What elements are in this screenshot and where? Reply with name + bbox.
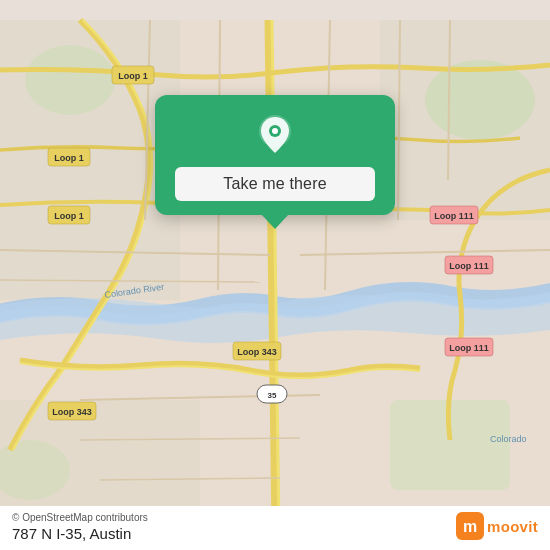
- moovit-logo: m moovit: [456, 512, 538, 540]
- svg-text:Loop 343: Loop 343: [237, 347, 277, 357]
- location-pin-icon: [253, 113, 297, 157]
- svg-text:Colorado: Colorado: [490, 434, 527, 444]
- svg-text:Loop 1: Loop 1: [118, 71, 148, 81]
- svg-point-43: [272, 128, 278, 134]
- moovit-text: moovit: [487, 518, 538, 535]
- map-container: Loop 1 Loop 1 Loop 1 Loop 111 Loop 111 L…: [0, 0, 550, 550]
- svg-text:Loop 1: Loop 1: [54, 153, 84, 163]
- map-background: Loop 1 Loop 1 Loop 1 Loop 111 Loop 111 L…: [0, 0, 550, 550]
- take-me-there-button[interactable]: Take me there: [175, 167, 375, 201]
- svg-text:Loop 1: Loop 1: [54, 211, 84, 221]
- svg-text:35: 35: [268, 391, 277, 400]
- svg-text:m: m: [463, 518, 477, 535]
- svg-text:Loop 343: Loop 343: [52, 407, 92, 417]
- svg-text:Loop 111: Loop 111: [449, 261, 489, 271]
- svg-point-5: [25, 45, 115, 115]
- popup-card: Take me there: [155, 95, 395, 215]
- moovit-icon: m: [456, 512, 484, 540]
- svg-text:Loop 111: Loop 111: [449, 343, 489, 353]
- svg-point-4: [425, 60, 535, 140]
- svg-text:Loop 111: Loop 111: [434, 211, 474, 221]
